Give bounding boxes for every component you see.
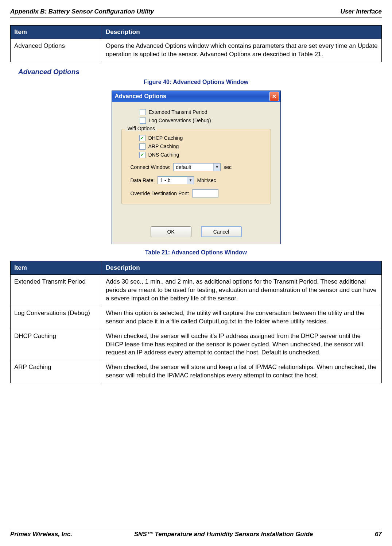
cell-item: Extended Transmit Period [11, 274, 102, 306]
footer-left: Primex Wireless, Inc. [10, 531, 72, 538]
cell-desc: Opens the Advanced Options window which … [102, 39, 382, 62]
ok-label-rest: K [171, 229, 174, 235]
wifi-options-group: Wifi Options ✔ DHCP Caching ARP Caching … [121, 129, 271, 204]
footer-right: 67 [375, 531, 382, 538]
page-header: Appendix B: Battery Sensor Configuration… [10, 8, 382, 15]
cell-desc: Adds 30 sec., 1 min., and 2 min. as addi… [102, 274, 382, 306]
group-legend: Wifi Options [125, 126, 157, 131]
close-icon[interactable] [269, 92, 279, 101]
data-rate-label: Data Rate: [131, 177, 155, 183]
checkbox-label: DNS Caching [148, 152, 179, 158]
dialog-button-row: OK Cancel [121, 226, 271, 237]
cancel-label: Cancel [213, 229, 229, 235]
cell-item: ARP Caching [11, 360, 102, 383]
connect-window-value: default [176, 164, 211, 170]
window-body: Extended Transmit Period Log Conversatio… [112, 102, 280, 244]
table-header-item: Item [11, 261, 102, 274]
checkbox-label: ARP Caching [148, 143, 179, 149]
table-caption: Table 21: Advanced Options Window [10, 249, 382, 256]
footer-rule [10, 529, 382, 529]
table-header-description: Description [102, 26, 382, 39]
cell-desc: When checked, the sensor will cache it's… [102, 329, 382, 360]
checkbox-log-conversations[interactable]: Log Conversations (Debug) [121, 118, 271, 124]
footer-center: SNS™ Temperature and Humidity Sensors In… [134, 531, 313, 538]
cell-desc: When this option is selected, the utilit… [102, 306, 382, 329]
section-heading-advanced-options: Advanced Options [18, 68, 382, 76]
table-21: Item Description Extended Transmit Perio… [10, 261, 382, 383]
cell-item: Log Conversations (Debug) [11, 306, 102, 329]
checkbox-label: Log Conversations (Debug) [149, 118, 211, 123]
figure-caption: Figure 40: Advanced Options Window [10, 79, 382, 85]
cancel-button[interactable]: Cancel [201, 226, 242, 237]
table-row: DHCP Caching When checked, the sensor wi… [11, 329, 382, 360]
checkbox-icon[interactable] [139, 143, 145, 150]
override-port-row: Override Destination Port: [129, 189, 263, 197]
checkbox-extended-transmit[interactable]: Extended Transmit Period [121, 109, 271, 115]
cell-desc: When checked, the sensor will store and … [102, 360, 382, 383]
page: Appendix B: Battery Sensor Configuration… [0, 0, 392, 546]
checkbox-arp-caching[interactable]: ARP Caching [129, 143, 263, 150]
table-advanced-options-link: Item Description Advanced Options Opens … [10, 25, 382, 62]
checkbox-icon[interactable]: ✔ [139, 135, 145, 141]
checkbox-dns-caching[interactable]: ✔ DNS Caching [129, 152, 263, 158]
table-row: Extended Transmit Period Adds 30 sec., 1… [11, 274, 382, 306]
chevron-down-icon[interactable]: ▼ [213, 164, 220, 171]
data-rate-value: 1 - b [160, 177, 185, 183]
header-right: User Interface [341, 8, 382, 15]
checkbox-label: Extended Transmit Period [149, 109, 207, 115]
connect-window-unit: sec [224, 164, 232, 170]
chevron-down-icon[interactable]: ▼ [187, 177, 194, 184]
override-port-input[interactable] [192, 189, 218, 197]
table-header-description: Description [102, 261, 382, 274]
cell-item: Advanced Options [11, 39, 102, 62]
connect-window-combo[interactable]: default ▼ [173, 163, 221, 171]
data-rate-unit: Mbit/sec [197, 177, 216, 183]
header-left: Appendix B: Battery Sensor Configuration… [10, 8, 154, 15]
window-titlebar[interactable]: Advanced Options [112, 91, 280, 102]
checkbox-icon[interactable]: ✔ [139, 152, 145, 158]
checkbox-icon[interactable] [140, 118, 146, 124]
table-row: Advanced Options Opens the Advanced Opti… [11, 39, 382, 62]
header-rule [10, 18, 382, 18]
override-port-label: Override Destination Port: [131, 191, 189, 196]
cell-item: DHCP Caching [11, 329, 102, 360]
data-rate-row: Data Rate: 1 - b ▼ Mbit/sec [129, 176, 263, 184]
table-header-item: Item [11, 26, 102, 39]
checkbox-icon[interactable] [140, 109, 146, 115]
advanced-options-window: Advanced Options Extended Transmit Perio… [112, 91, 281, 244]
checkbox-label: DHCP Caching [148, 135, 183, 141]
ok-button[interactable]: OK [151, 226, 191, 237]
checkbox-dhcp-caching[interactable]: ✔ DHCP Caching [129, 135, 263, 141]
table-row: Log Conversations (Debug) When this opti… [11, 306, 382, 329]
connect-window-row: Connect Window: default ▼ sec [129, 163, 263, 171]
page-footer: Primex Wireless, Inc. SNS™ Temperature a… [10, 529, 382, 538]
connect-window-label: Connect Window: [131, 164, 171, 170]
table-row: ARP Caching When checked, the sensor wil… [11, 360, 382, 383]
data-rate-combo[interactable]: 1 - b ▼ [158, 176, 194, 184]
window-title: Advanced Options [115, 93, 166, 100]
